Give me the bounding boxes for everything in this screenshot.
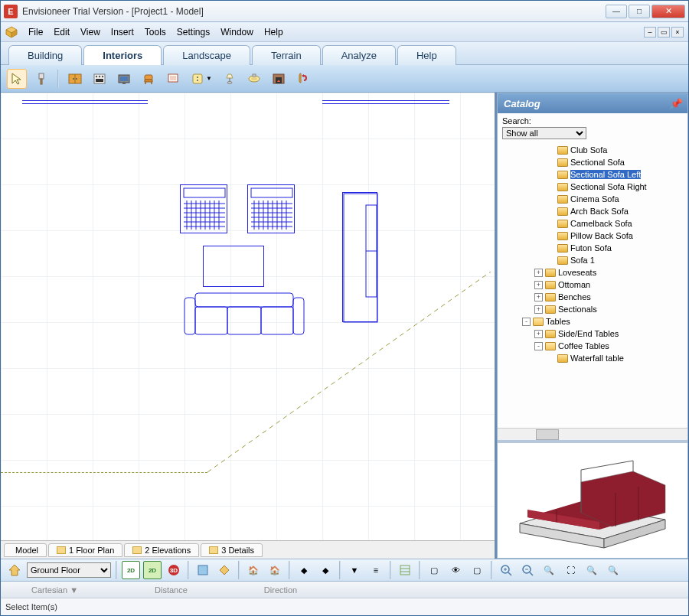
menu-view[interactable]: View <box>80 27 100 37</box>
nav-tool-1[interactable] <box>194 561 212 579</box>
appliance-tool[interactable] <box>90 69 109 89</box>
tree-item[interactable]: -Tables <box>498 315 687 328</box>
accessory-tool[interactable] <box>163 69 183 89</box>
tree-expand-icon[interactable]: - <box>522 318 531 326</box>
wall-segment[interactable] <box>22 100 148 104</box>
menu-settings[interactable]: Settings <box>177 27 210 37</box>
tree-item[interactable]: +Benches <box>498 291 687 303</box>
electronics-tool[interactable] <box>114 69 134 89</box>
fireplace-tool[interactable] <box>269 69 289 89</box>
tree-item[interactable]: Futon Sofa <box>498 242 687 254</box>
tree-expand-icon[interactable]: + <box>534 281 543 289</box>
drawing-canvas[interactable] <box>1 93 495 540</box>
layer-tool[interactable]: ≡ <box>367 561 385 579</box>
zoom-extent-button[interactable]: ⛶ <box>561 561 580 579</box>
tree-item[interactable]: Cinema Sofa <box>498 193 687 205</box>
menu-tools[interactable]: Tools <box>145 27 166 37</box>
tree-expand-icon[interactable]: + <box>534 305 543 314</box>
zoom-tool-6[interactable]: 🔍 <box>604 561 622 579</box>
floor-select[interactable]: Ground Floor <box>27 562 111 578</box>
menu-edit[interactable]: Edit <box>54 27 70 37</box>
tree-item[interactable]: Club Sofa <box>498 144 687 156</box>
menu-window[interactable]: Window <box>220 27 253 37</box>
close-button[interactable] <box>651 5 685 18</box>
tab-help[interactable]: Help <box>397 45 456 65</box>
box-tool-2[interactable]: ▢ <box>468 561 486 579</box>
hatch-tool[interactable] <box>396 561 414 579</box>
wall-segment[interactable] <box>322 100 449 104</box>
menu-help[interactable]: Help <box>264 27 283 37</box>
catalog-filter-select[interactable]: Show all <box>502 127 586 139</box>
mdi-minimize-button[interactable]: – <box>644 27 656 37</box>
zoom-out-button[interactable] <box>518 561 537 579</box>
catalog-pin-icon[interactable]: 📌 <box>669 98 681 109</box>
tree-item[interactable]: Waterfall table <box>498 352 687 364</box>
tree-item[interactable]: +Loveseats <box>498 266 687 279</box>
tree-item[interactable]: Sectional Sofa Left <box>498 168 687 181</box>
electrical-tool[interactable]: ▼ <box>188 69 215 89</box>
viewtab-floorplan[interactable]: 1 Floor Plan <box>48 543 122 557</box>
furniture-tool[interactable] <box>139 69 158 89</box>
tree-expand-icon[interactable]: - <box>534 342 543 350</box>
tree-item[interactable]: Camelback Sofa <box>498 217 687 230</box>
filter-tool[interactable]: ▼ <box>345 561 364 579</box>
catalog-h-scroll[interactable] <box>498 428 687 440</box>
tree-item[interactable]: Pillow Back Sofa <box>498 230 687 242</box>
chair-object[interactable] <box>180 184 227 233</box>
plumbing-tool[interactable] <box>244 69 264 89</box>
pointer-tool[interactable] <box>7 69 27 89</box>
mdi-close-button[interactable]: × <box>671 27 684 37</box>
nav-home-2[interactable]: 🏠 <box>266 561 284 579</box>
menu-file[interactable]: File <box>28 27 43 37</box>
viewtab-elevations[interactable]: 2 Elevations <box>124 543 199 557</box>
nav-tool-2[interactable] <box>215 561 233 579</box>
3d-view-button[interactable]: 3D <box>165 561 183 579</box>
catalog-tree[interactable]: Club SofaSectional SofaSectional Sofa Le… <box>498 142 687 428</box>
mdi-restore-button[interactable]: ▭ <box>658 27 670 37</box>
nav-diamond-1[interactable]: ◆ <box>295 561 313 579</box>
zoom-in-button[interactable] <box>497 561 515 579</box>
tab-analyze[interactable]: Analyze <box>322 45 396 65</box>
eye-tool[interactable]: 👁 <box>446 561 465 579</box>
2d-designer-button[interactable]: 2D <box>143 561 162 579</box>
2d-view-button[interactable]: 2D <box>122 561 140 579</box>
cabinet-tool[interactable] <box>65 69 85 89</box>
menu-insert[interactable]: Insert <box>111 27 134 37</box>
nav-home-1[interactable]: 🏠 <box>244 561 263 579</box>
app-menu-icon[interactable] <box>5 26 18 38</box>
svg-rect-30 <box>253 74 256 77</box>
tree-item[interactable]: Sofa 1 <box>498 254 687 266</box>
guide-line-diag <box>207 272 491 474</box>
box-tool-1[interactable]: ▢ <box>425 561 443 579</box>
zoom-tool-5[interactable]: 🔍 <box>583 561 601 579</box>
lighting-tool[interactable] <box>220 69 240 89</box>
home-icon[interactable] <box>5 561 24 579</box>
tree-item[interactable]: -Coffee Tables <box>498 340 687 352</box>
tree-item[interactable]: +Sectionals <box>498 303 687 315</box>
tree-expand-icon[interactable]: + <box>534 269 543 277</box>
tree-item[interactable]: +Side/End Tables <box>498 328 687 340</box>
tab-interiors[interactable]: Interiors <box>83 45 162 65</box>
zoom-window-button[interactable]: 🔍 <box>540 561 558 579</box>
viewtab-details[interactable]: 3 Details <box>201 543 263 557</box>
paint-tool[interactable] <box>31 69 51 89</box>
tab-landscape[interactable]: Landscape <box>163 45 250 65</box>
maximize-button[interactable]: □ <box>629 5 650 18</box>
tree-expand-icon[interactable]: + <box>534 330 543 338</box>
tree-item[interactable]: +Ottoman <box>498 279 687 291</box>
mirror-tool[interactable] <box>293 69 313 89</box>
nav-diamond-2[interactable]: ◆ <box>316 561 335 579</box>
folder-icon <box>545 281 556 289</box>
minimize-button[interactable]: — <box>606 5 627 18</box>
guide-line <box>1 472 207 473</box>
tree-expand-icon[interactable]: + <box>534 293 543 301</box>
tree-item[interactable]: Sectional Sofa <box>498 156 687 168</box>
coord-mode[interactable]: Cartesian ▼ <box>31 585 78 595</box>
tree-item[interactable]: Arch Back Sofa <box>498 205 687 217</box>
viewtab-model[interactable]: Model <box>4 543 47 557</box>
tree-item[interactable]: Sectional Sofa Right <box>498 181 687 193</box>
tab-terrain[interactable]: Terrain <box>252 45 321 65</box>
tab-building[interactable]: Building <box>8 45 82 65</box>
item-icon <box>557 158 568 167</box>
chair-object[interactable] <box>247 184 295 233</box>
